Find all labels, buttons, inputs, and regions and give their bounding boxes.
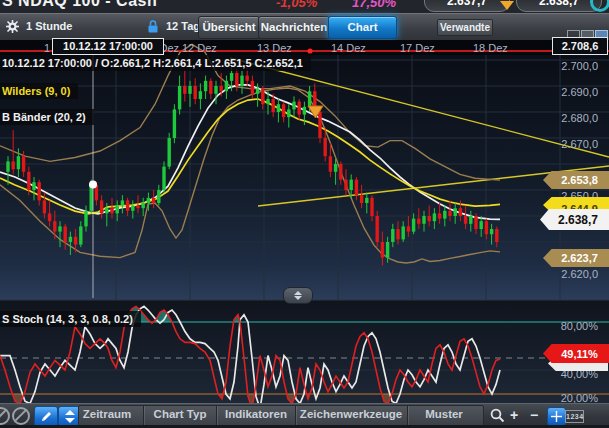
svg-text:1: 1 xyxy=(44,42,50,54)
price-tick-label: 2.620,0 xyxy=(561,268,598,280)
titlebar: S NDAQ 100 - Cash -1,05% 17,50% 2.637,7 … xyxy=(0,0,609,13)
menu-chart-typ[interactable]: Chart Typ xyxy=(154,408,207,420)
price-tick-label: 2.680,0 xyxy=(561,112,598,124)
crosshair-dot xyxy=(89,181,97,189)
tab-chart[interactable]: Chart xyxy=(328,16,397,39)
change-percent: -1,05% xyxy=(276,0,317,10)
flag-bollinger-upper: 2.653,8 xyxy=(543,171,609,189)
flag-stoch-k: 49,11% xyxy=(543,344,609,363)
chart-toolbar: 1 Stunde 12 Tage Übersicht Nachrichten C… xyxy=(0,13,609,41)
date-tick-label: 14 Dez xyxy=(331,42,366,54)
crosshair-date-tooltip: 10.12.12 17:00:00 xyxy=(52,38,164,55)
pane-divider-handle[interactable] xyxy=(283,287,313,304)
menu-muster[interactable]: Muster xyxy=(425,408,463,420)
zoom-out-button[interactable]: − xyxy=(530,407,538,423)
crosshair-mode-button[interactable] xyxy=(547,407,566,426)
menu-separator xyxy=(407,406,408,425)
tab-nachrichten[interactable]: Nachrichten xyxy=(258,16,330,39)
up-down-arrows-icon xyxy=(65,410,75,423)
draw-button[interactable] xyxy=(34,406,58,427)
menu-indikatoren[interactable]: Indikatoren xyxy=(225,408,287,420)
undo-icon[interactable] xyxy=(0,407,10,425)
date-tick-label: 17 Dez xyxy=(400,42,435,54)
price-tick-label: 2.690,0 xyxy=(561,86,598,98)
gear-icon[interactable] xyxy=(5,19,20,34)
menu-zeichenwerkzeuge[interactable]: Zeichenwerkzeuge xyxy=(300,408,402,420)
trading-platform-window: S NDAQ 100 - Cash -1,05% 17,50% 2.637,7 … xyxy=(0,0,609,428)
clear-drawings-icon[interactable] xyxy=(12,407,30,425)
date-tick-label: 13 Dez xyxy=(257,42,292,54)
alert-line-dot xyxy=(307,48,312,53)
menu-separator xyxy=(216,406,217,425)
period-selector[interactable]: 1 Stunde xyxy=(26,20,72,32)
tab-uebersicht[interactable]: Übersicht xyxy=(198,16,260,39)
price-tick-label: 2.670,0 xyxy=(561,138,598,150)
chart-canvas[interactable]: 111 Dez12 Dez13 Dez14 Dez17 Dez18 Dez2.7… xyxy=(0,40,609,403)
chart-area: 111 Dez12 Dez13 Dez14 Dez17 Dez18 Dez2.7… xyxy=(0,40,609,403)
menu-zeitraum[interactable]: Zeitraum xyxy=(83,408,132,420)
stoch-tick-label: 80,00% xyxy=(561,320,599,332)
divider-down-icon xyxy=(294,296,302,300)
lock-icon[interactable] xyxy=(147,20,159,33)
price-direction-down-icon xyxy=(500,1,514,10)
date-tick-label: 18 Dez xyxy=(473,42,508,54)
price-tick-label: 2.700,0 xyxy=(561,60,598,72)
menu-separator xyxy=(143,406,144,425)
flag-current-price: 2.638,7 xyxy=(540,209,609,230)
indicator-label-stoch[interactable]: S Stoch (14, 3, 3, 0.8, 0.2) xyxy=(0,311,141,327)
indicator-label-bbands[interactable]: B Bänder (20, 2) xyxy=(0,109,94,125)
related-button[interactable]: Verwandte xyxy=(437,19,493,36)
indicator-label-wilders[interactable]: Wilders (9, 0) xyxy=(0,83,78,99)
crosshair-icon xyxy=(551,411,562,422)
sell-button[interactable]: 2.637,7 xyxy=(424,0,510,12)
stoch-tick-label: 20,00% xyxy=(561,392,599,403)
instrument-title: S NDAQ 100 - Cash xyxy=(2,0,157,10)
values-display-button[interactable]: 1234 xyxy=(565,410,584,423)
zoom-in-button[interactable]: + xyxy=(510,407,518,423)
range-percent: 17,50% xyxy=(352,0,396,10)
menu-separator xyxy=(295,406,296,425)
date-tick-label: 12 Dez xyxy=(182,42,217,54)
zoom-icon[interactable] xyxy=(490,408,505,423)
ohlc-readout: 10.12.12 17:00:00 / O:2.661,2 H:2.661,4 … xyxy=(0,55,311,71)
divider-up-icon xyxy=(294,291,302,295)
pencil-icon xyxy=(40,411,52,423)
flag-bollinger-lower: 2.623,7 xyxy=(543,249,609,267)
alert-price-box: 2.708,6 xyxy=(552,37,608,55)
